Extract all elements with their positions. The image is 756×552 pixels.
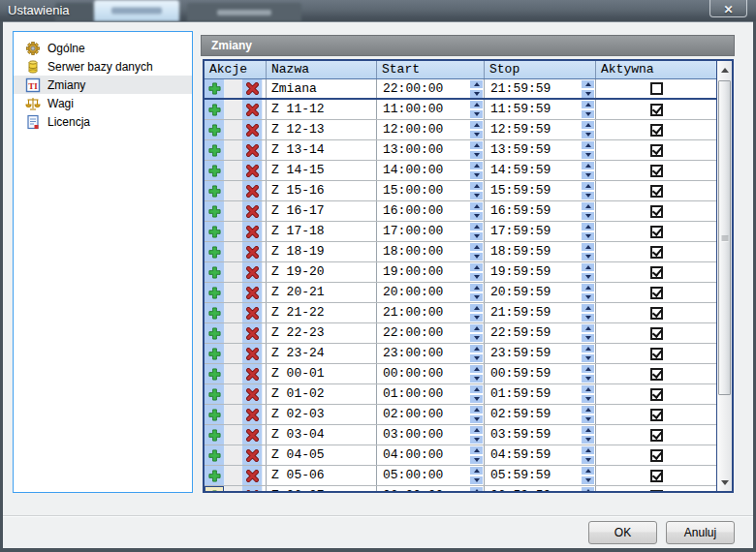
spin-up-icon[interactable]: [470, 426, 483, 434]
start-time-spinner[interactable]: [470, 487, 483, 491]
spin-down-icon[interactable]: [470, 232, 483, 240]
spin-down-icon[interactable]: [470, 171, 483, 179]
spin-down-icon[interactable]: [582, 395, 594, 403]
active-checkbox[interactable]: [650, 205, 663, 218]
spin-down-icon[interactable]: [582, 232, 594, 240]
spin-up-icon[interactable]: [470, 345, 483, 353]
start-time-spinner[interactable]: [470, 101, 483, 118]
stop-time-field[interactable]: 21:59:59: [485, 79, 596, 98]
spin-down-icon[interactable]: [582, 192, 594, 199]
spin-up-icon[interactable]: [470, 141, 483, 149]
start-time-field[interactable]: 17:00:00: [377, 222, 485, 241]
active-checkbox[interactable]: [650, 449, 663, 462]
add-row-button[interactable]: [205, 466, 225, 485]
active-checkbox[interactable]: [650, 307, 663, 320]
spin-down-icon[interactable]: [470, 151, 483, 159]
start-time-field[interactable]: 12:00:00: [377, 120, 485, 139]
add-row-button[interactable]: [205, 100, 225, 119]
name-field[interactable]: Z 23-24: [267, 344, 377, 363]
spin-up-icon[interactable]: [470, 284, 483, 291]
add-row-button[interactable]: [205, 262, 225, 282]
spin-up-icon[interactable]: [582, 385, 594, 393]
start-time-spinner[interactable]: [470, 80, 483, 98]
spin-up-icon[interactable]: [470, 162, 483, 169]
stop-time-field[interactable]: 14:59:59: [485, 161, 596, 180]
spin-up-icon[interactable]: [582, 446, 594, 454]
scroll-up-button[interactable]: [717, 62, 732, 77]
active-checkbox[interactable]: [650, 82, 663, 95]
spin-down-icon[interactable]: [582, 171, 594, 179]
stop-time-field[interactable]: 16:59:59: [485, 201, 596, 221]
start-time-field[interactable]: 13:00:00: [377, 140, 485, 160]
spin-up-icon[interactable]: [582, 284, 594, 291]
name-field[interactable]: Z 05-06: [267, 466, 377, 485]
start-time-spinner[interactable]: [470, 162, 483, 179]
stop-time-spinner[interactable]: [582, 487, 594, 491]
start-time-field[interactable]: 11:00:00: [377, 100, 485, 119]
spin-down-icon[interactable]: [582, 334, 594, 342]
scrollbar-thumb[interactable]: [718, 80, 731, 395]
add-row-button[interactable]: [205, 242, 225, 261]
spin-up-icon[interactable]: [470, 182, 483, 190]
spin-up-icon[interactable]: [582, 487, 594, 491]
delete-row-button[interactable]: [242, 445, 263, 465]
add-row-button[interactable]: [205, 445, 225, 465]
spin-down-icon[interactable]: [582, 456, 594, 464]
stop-time-spinner[interactable]: [582, 365, 594, 383]
start-time-spinner[interactable]: [470, 243, 483, 261]
name-field[interactable]: Z 04-05: [267, 445, 377, 465]
start-time-field[interactable]: 02:00:00: [377, 405, 485, 424]
name-field[interactable]: Zmiana: [267, 79, 377, 98]
start-time-field[interactable]: 06:00:00: [377, 486, 485, 491]
start-time-spinner[interactable]: [470, 121, 483, 138]
spin-up-icon[interactable]: [470, 243, 483, 251]
spin-down-icon[interactable]: [470, 334, 483, 342]
active-checkbox[interactable]: [650, 266, 663, 279]
start-time-spinner[interactable]: [470, 202, 483, 220]
stop-time-field[interactable]: 00:59:59: [485, 364, 596, 383]
spin-up-icon[interactable]: [470, 385, 483, 393]
add-row-button[interactable]: [205, 323, 225, 343]
spin-down-icon[interactable]: [582, 415, 594, 423]
stop-time-field[interactable]: 04:59:59: [485, 445, 596, 465]
spin-down-icon[interactable]: [582, 314, 594, 322]
start-time-spinner[interactable]: [470, 182, 483, 199]
spin-up-icon[interactable]: [470, 80, 483, 88]
cancel-button[interactable]: Anuluj: [666, 521, 735, 544]
start-time-field[interactable]: 14:00:00: [377, 161, 485, 180]
scroll-down-button[interactable]: [717, 475, 732, 490]
spin-down-icon[interactable]: [470, 436, 483, 444]
name-field[interactable]: Z 02-03: [267, 405, 377, 424]
start-time-field[interactable]: 01:00:00: [377, 384, 485, 404]
spin-down-icon[interactable]: [470, 314, 483, 322]
stop-time-spinner[interactable]: [582, 263, 594, 281]
name-field[interactable]: Z 11-12: [267, 100, 377, 119]
spin-down-icon[interactable]: [470, 253, 483, 261]
spin-down-icon[interactable]: [470, 273, 483, 281]
name-field[interactable]: Z 16-17: [267, 201, 377, 221]
add-row-button[interactable]: [205, 384, 225, 404]
stop-time-spinner[interactable]: [582, 243, 594, 261]
delete-row-button[interactable]: [242, 364, 263, 383]
spin-down-icon[interactable]: [582, 253, 594, 261]
stop-time-field[interactable]: 03:59:59: [485, 425, 596, 445]
add-row-button[interactable]: [205, 364, 225, 383]
start-time-spinner[interactable]: [470, 304, 483, 322]
stop-time-spinner[interactable]: [582, 345, 594, 362]
stop-time-spinner[interactable]: [582, 223, 594, 240]
name-field[interactable]: Z 03-04: [267, 425, 377, 445]
start-time-field[interactable]: 16:00:00: [377, 201, 485, 221]
start-time-spinner[interactable]: [470, 284, 483, 301]
spin-up-icon[interactable]: [470, 487, 483, 491]
spin-up-icon[interactable]: [582, 263, 594, 271]
spin-down-icon[interactable]: [470, 110, 483, 118]
spin-down-icon[interactable]: [470, 293, 483, 301]
active-checkbox[interactable]: [650, 470, 663, 482]
delete-row-button[interactable]: [242, 120, 263, 139]
background-tab[interactable]: [187, 3, 301, 21]
spin-up-icon[interactable]: [470, 365, 483, 373]
stop-time-field[interactable]: 15:59:59: [485, 181, 596, 200]
add-row-button[interactable]: [205, 140, 225, 160]
spin-down-icon[interactable]: [470, 131, 483, 138]
name-field[interactable]: Z 00-01: [267, 364, 377, 383]
